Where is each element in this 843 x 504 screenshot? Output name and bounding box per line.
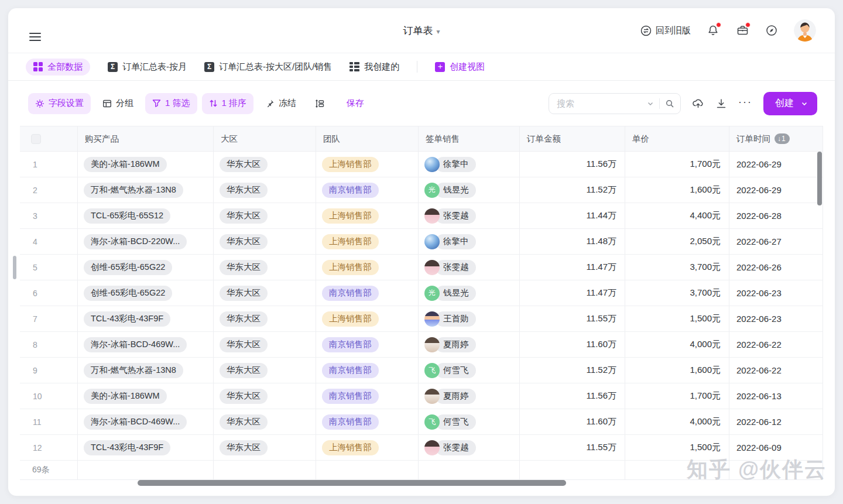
salesperson-cell[interactable]: 徐擎中	[419, 152, 520, 177]
amount-cell[interactable]: 11.55万	[520, 435, 625, 460]
header-region[interactable]: 大区	[214, 126, 316, 151]
price-cell[interactable]: 1,600元	[625, 358, 729, 383]
row-number-cell[interactable]: 1	[20, 152, 78, 177]
region-cell[interactable]: 华东大区	[214, 203, 316, 228]
date-cell[interactable]: 2022-06-29	[729, 177, 823, 203]
date-cell[interactable]: 2022-06-22	[729, 332, 823, 357]
amount-cell[interactable]: 11.56万	[520, 383, 625, 409]
price-cell[interactable]: 1,500元	[625, 306, 729, 331]
amount-cell[interactable]: 11.56万	[520, 152, 625, 177]
header-date[interactable]: 订单时间 ↓1	[729, 126, 823, 151]
search-icon[interactable]	[665, 99, 674, 108]
row-number-cell[interactable]: 6	[20, 280, 78, 306]
row-number-cell[interactable]: 10	[20, 383, 78, 409]
team-cell[interactable]: 上海销售部	[316, 229, 419, 254]
inbox-briefcase-icon[interactable]	[735, 23, 749, 37]
row-number-cell[interactable]: 4	[20, 229, 78, 254]
salesperson-cell[interactable]: 光 钱昱光	[419, 177, 520, 203]
date-cell[interactable]: 2022-06-13	[729, 383, 823, 409]
region-cell[interactable]: 华东大区	[214, 306, 316, 331]
back-to-old-version-button[interactable]: 回到旧版	[640, 25, 691, 36]
page-scrollbar[interactable]	[13, 256, 16, 279]
region-cell[interactable]: 华东大区	[214, 383, 316, 409]
salesperson-cell[interactable]: 夏雨婷	[419, 383, 520, 409]
price-cell[interactable]: 4,000元	[625, 332, 729, 357]
search-scope-chevron-icon[interactable]	[647, 100, 654, 107]
salesperson-cell[interactable]: 飞 何雪飞	[419, 409, 520, 434]
price-cell[interactable]: 1,700元	[625, 383, 729, 409]
price-cell[interactable]: 3,700元	[625, 255, 729, 280]
team-cell[interactable]: 上海销售部	[316, 255, 419, 280]
search-input[interactable]	[557, 98, 647, 108]
region-cell[interactable]: 华东大区	[214, 152, 316, 177]
select-all-checkbox[interactable]	[31, 134, 41, 144]
amount-cell[interactable]: 11.47万	[520, 255, 625, 280]
region-cell[interactable]: 华东大区	[214, 358, 316, 383]
amount-cell[interactable]: 11.47万	[520, 280, 625, 306]
product-cell[interactable]: TCL-43彩电-43F9F	[78, 306, 214, 331]
amount-cell[interactable]: 11.60万	[520, 409, 625, 434]
date-cell[interactable]: 2022-06-23	[729, 280, 823, 306]
table-row[interactable]: 6 创维-65彩电-65G22 华东大区 南京销售部 光 钱昱光 11.47万 …	[20, 280, 823, 306]
more-options-icon[interactable]: ···	[738, 97, 752, 111]
header-product[interactable]: 购买产品	[78, 126, 214, 151]
row-number-cell[interactable]: 2	[20, 177, 78, 203]
date-cell[interactable]: 2022-06-23	[729, 306, 823, 331]
create-record-button[interactable]: 创建	[763, 92, 817, 115]
amount-cell[interactable]: 11.44万	[520, 203, 625, 228]
salesperson-cell[interactable]: 光 钱昱光	[419, 280, 520, 306]
explore-compass-icon[interactable]	[765, 23, 779, 37]
salesperson-cell[interactable]: 张雯越	[419, 255, 520, 280]
region-cell[interactable]: 华东大区	[214, 435, 316, 460]
freeze-button[interactable]: 冻结	[258, 93, 303, 114]
date-cell[interactable]: 2022-06-27	[729, 229, 823, 254]
user-avatar[interactable]	[794, 19, 816, 42]
product-cell[interactable]: 创维-65彩电-65G22	[78, 280, 214, 306]
date-cell[interactable]: 2022-06-22	[729, 358, 823, 383]
search-box[interactable]	[549, 93, 681, 114]
salesperson-cell[interactable]: 张雯越	[419, 435, 520, 460]
amount-cell[interactable]: 11.52万	[520, 177, 625, 203]
team-cell[interactable]: 南京销售部	[316, 409, 419, 434]
field-settings-button[interactable]: 字段设置	[28, 93, 91, 114]
product-cell[interactable]: TCL-65彩电-65S12	[78, 203, 214, 228]
view-tab-summary-region[interactable]: Σ 订单汇总表-按大区/团队/销售	[204, 61, 332, 73]
product-cell[interactable]: TCL-43彩电-43F9F	[78, 435, 214, 460]
filter-button[interactable]: 1 筛选	[145, 93, 197, 114]
notifications-bell-icon[interactable]	[706, 23, 720, 37]
row-number-cell[interactable]: 9	[20, 358, 78, 383]
horizontal-scrollbar[interactable]	[138, 480, 566, 486]
row-number-cell[interactable]: 11	[20, 409, 78, 434]
date-cell[interactable]: 2022-06-29	[729, 152, 823, 177]
header-team[interactable]: 团队	[316, 126, 419, 151]
price-cell[interactable]: 1,700元	[625, 152, 729, 177]
table-row[interactable]: 7 TCL-43彩电-43F9F 华东大区 上海销售部 王首勋 11.55万 1…	[20, 306, 823, 332]
table-row[interactable]: 3 TCL-65彩电-65S12 华东大区 上海销售部 张雯越 11.44万 4…	[20, 203, 823, 229]
view-tab-my-created[interactable]: 我创建的	[349, 61, 399, 73]
view-tab-summary-month[interactable]: Σ 订单汇总表-按月	[108, 61, 187, 73]
team-cell[interactable]: 上海销售部	[316, 203, 419, 228]
product-cell[interactable]: 海尔-冰箱-BCD-469W...	[78, 409, 214, 434]
table-row[interactable]: 4 海尔-冰箱-BCD-220W... 华东大区 上海销售部 徐擎中 11.48…	[20, 229, 823, 255]
vertical-scrollbar[interactable]	[817, 152, 822, 205]
team-cell[interactable]: 南京销售部	[316, 358, 419, 383]
amount-cell[interactable]: 11.60万	[520, 332, 625, 357]
save-button[interactable]: 保存	[340, 93, 371, 114]
team-cell[interactable]: 南京销售部	[316, 332, 419, 357]
table-row[interactable]: 1 美的-冰箱-186WM 华东大区 上海销售部 徐擎中 11.56万 1,70…	[20, 152, 823, 177]
price-cell[interactable]: 2,050元	[625, 229, 729, 254]
product-cell[interactable]: 美的-冰箱-186WM	[78, 383, 214, 409]
amount-cell[interactable]: 11.55万	[520, 306, 625, 331]
row-number-cell[interactable]: 5	[20, 255, 78, 280]
team-cell[interactable]: 上海销售部	[316, 306, 419, 331]
table-row[interactable]: 9 万和-燃气热水器-13N8 华东大区 南京销售部 飞 何雪飞 11.52万 …	[20, 358, 823, 383]
amount-cell[interactable]: 11.52万	[520, 358, 625, 383]
table-row[interactable]: 10 美的-冰箱-186WM 华东大区 南京销售部 夏雨婷 11.56万 1,7…	[20, 383, 823, 409]
date-cell[interactable]: 2022-06-28	[729, 203, 823, 228]
price-cell[interactable]: 4,000元	[625, 409, 729, 434]
create-view-button[interactable]: ＋ 创建视图	[435, 61, 485, 73]
product-cell[interactable]: 美的-冰箱-186WM	[78, 152, 214, 177]
region-cell[interactable]: 华东大区	[214, 177, 316, 203]
salesperson-cell[interactable]: 张雯越	[419, 203, 520, 228]
group-button[interactable]: 分组	[95, 93, 140, 114]
